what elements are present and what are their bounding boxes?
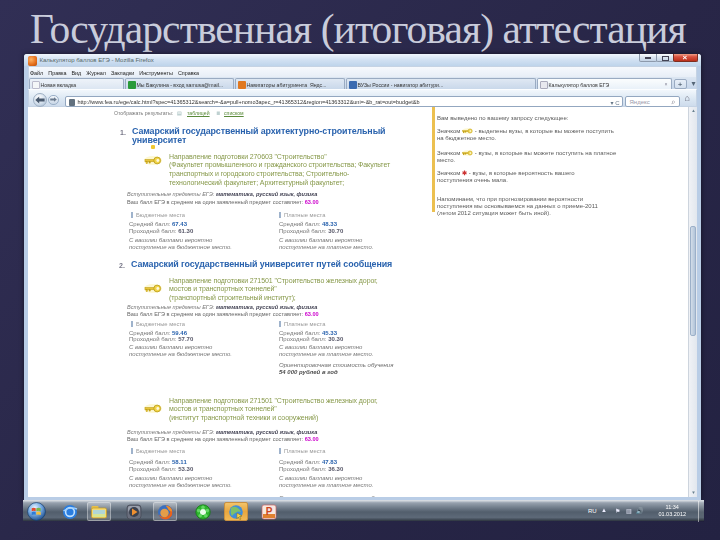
svg-text:P: P bbox=[266, 506, 273, 517]
